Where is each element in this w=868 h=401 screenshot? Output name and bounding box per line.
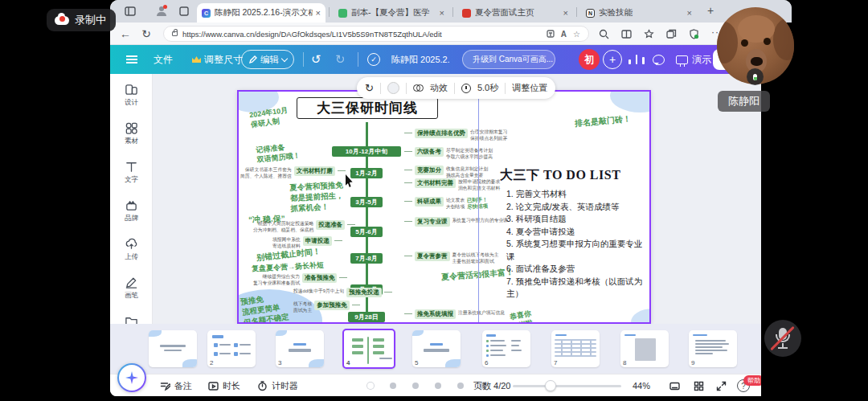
- edit-mode-button[interactable]: 编辑: [241, 50, 294, 69]
- page-counter[interactable]: 页数 4/20: [473, 374, 510, 396]
- reload-icon[interactable]: ↻: [136, 27, 157, 40]
- browser-search-icon[interactable]: [599, 29, 609, 39]
- undo-icon[interactable]: ↺: [311, 45, 321, 74]
- document-title[interactable]: 陈静阳 2025.2...: [391, 45, 449, 74]
- back-icon[interactable]: ←: [115, 27, 136, 40]
- handwriting-note: 预推免 流程更简单 但名额不确定: [240, 291, 290, 324]
- timeline-date[interactable]: 1月-2月: [350, 168, 383, 178]
- page-thumbnail[interactable]: 7: [551, 330, 600, 367]
- zoom-slider-knob[interactable]: [545, 380, 556, 391]
- design-icon: [125, 83, 138, 96]
- url-field[interactable]: https://www.canva.cn/design/DAGfOkdsqes/…: [163, 26, 589, 42]
- insights-icon[interactable]: [628, 45, 646, 74]
- tab-close-icon[interactable]: ×: [687, 8, 692, 18]
- tab-lab-skills[interactable]: N 实验技能 ×: [581, 3, 697, 23]
- tab-close-icon[interactable]: ×: [440, 8, 444, 18]
- tab-camp-doc[interactable]: 副本-【夏令营】医学 ×: [334, 3, 449, 23]
- mindmap-node[interactable]: 复习专业课 系统复习申报方向的专业课: [404, 217, 508, 227]
- timeline-date[interactable]: 10月-12月中旬: [332, 146, 401, 157]
- handwriting-note: 排名是敲门砖！: [575, 113, 632, 129]
- animate-button[interactable]: 动效: [430, 82, 448, 94]
- timer-button[interactable]: 计时器: [257, 374, 298, 396]
- mindmap-node[interactable]: 推免系统填报 注册系统账户填写信息: [404, 309, 505, 319]
- present-button[interactable]: 演示: [676, 45, 711, 74]
- file-menu[interactable]: 文件: [154, 45, 173, 74]
- read-aloud-icon[interactable]: A: [561, 30, 567, 39]
- favorite-star-icon[interactable]: ☆: [573, 30, 580, 39]
- favorites-icon[interactable]: [644, 29, 654, 39]
- profile-avatar-icon[interactable]: [157, 6, 166, 16]
- todo-title[interactable]: 大三下 TO DO LIST: [500, 167, 620, 184]
- crown-icon: [192, 56, 201, 63]
- mute-mic-button[interactable]: [764, 320, 801, 357]
- upgrade-button[interactable]: 升级到 Canva可画高...: [462, 50, 555, 69]
- mindmap-node[interactable]: 六级备考 尽早制定英语备考计划 争取六级水平同步提高: [404, 147, 493, 160]
- redo-icon[interactable]: ↻: [335, 45, 346, 74]
- sidebar-item-elements[interactable]: 素材: [110, 121, 153, 155]
- mindmap-title[interactable]: 大三保研时间线: [297, 97, 438, 119]
- expand-button[interactable]: [716, 374, 727, 396]
- translate-icon[interactable]: [547, 30, 555, 38]
- mindmap-node[interactable]: 夏令营参营 夏令营以线下考核为主 主要包括笔试和面试: [404, 252, 498, 264]
- screen: C 陈静阳 2025.2.16-演示文稿 - Ca × 副本-【夏令营】医学 ×…: [0, 0, 868, 401]
- mindmap-node[interactable]: 保持绩点排名优势 合理安排期末复习 保持绩点名列前茅: [404, 129, 507, 141]
- page-thumbnail[interactable]: 9: [689, 330, 737, 367]
- page-thumbnail[interactable]: 8: [620, 330, 669, 367]
- page-thumbnail[interactable]: 3: [276, 330, 324, 367]
- resize-menu[interactable]: 调整尺寸: [192, 45, 243, 74]
- mindmap-node[interactable]: 投递ddl集中于9月中上旬 预推免投递: [293, 288, 392, 297]
- color-swatch[interactable]: [387, 82, 399, 94]
- sidebar-item-draw[interactable]: 画笔: [110, 276, 153, 309]
- fullscreen-button[interactable]: [669, 374, 680, 396]
- position-button[interactable]: 调整位置: [512, 82, 547, 94]
- save-status-icon: ✓: [367, 45, 380, 74]
- page-thumbnail[interactable]: [149, 330, 197, 367]
- timeline-date[interactable]: 3月-5月: [350, 197, 383, 207]
- tab-close-icon[interactable]: ×: [316, 8, 321, 18]
- sidebar-item-uploads[interactable]: 上传: [110, 237, 153, 271]
- tab-camp-interview[interactable]: 夏令营面试主页 ×: [457, 3, 573, 23]
- mindmap-node[interactable]: 根据个人简历制定投递策略 分为冲刺档、稳妥档、保底档 投递准备: [253, 220, 355, 233]
- grid-view-button[interactable]: [694, 374, 704, 396]
- browser-essentials-icon[interactable]: [689, 29, 699, 39]
- tab-close-icon[interactable]: ×: [563, 8, 568, 18]
- zoom-level[interactable]: 44%: [633, 374, 650, 396]
- new-tab-button[interactable]: +: [707, 4, 714, 17]
- canva-assistant-button[interactable]: [117, 363, 146, 392]
- page-thumbnail[interactable]: 5: [412, 330, 461, 367]
- slide-canvas[interactable]: 大三保研时间线 2024年10月 保研人制 排名是敲门砖！ 10月-12月中旬 …: [237, 90, 651, 324]
- draw-pen-icon: [125, 276, 138, 289]
- mindmap-node[interactable]: 保研文书基本三件套为 简历、个人陈述、推荐信 文书材料打磨: [240, 166, 346, 179]
- comments-icon[interactable]: [653, 45, 665, 74]
- rotate-icon[interactable]: ↻: [365, 82, 374, 94]
- selection-toolbar: ↻ 动效 5.0秒 调整位置: [357, 77, 555, 99]
- add-member-button[interactable]: +: [603, 50, 622, 69]
- page-thumbnail-selected[interactable]: 4: [342, 329, 395, 369]
- page-thumbnail[interactable]: 2: [207, 330, 256, 367]
- tab-tiles-icon[interactable]: [179, 6, 189, 16]
- timeline-date[interactable]: 9月28日: [348, 312, 385, 322]
- zoom-slider[interactable]: [513, 385, 621, 387]
- sidebar-item-brand[interactable]: 品牌: [110, 198, 153, 232]
- mindmap-node[interactable]: 文书材料完善 按照申请院校的要求 润色和完善文书材料: [404, 178, 500, 191]
- split-screen-icon[interactable]: [621, 29, 632, 39]
- tab-canva-presentation[interactable]: C 陈静阳 2025.2.16-演示文稿 - Ca ×: [197, 3, 326, 23]
- sidebar-item-design[interactable]: 设计: [110, 83, 153, 117]
- duration-button[interactable]: 时长: [208, 374, 240, 396]
- page-thumbnail[interactable]: 6: [482, 330, 530, 367]
- mindmap-node[interactable]: 科研成果 论文发表 大创结项 已到手！ 尽快结项: [404, 197, 488, 211]
- sidebar-item-text[interactable]: 文字: [110, 160, 153, 194]
- canva-toolbar: 文件 调整尺寸 编辑 ↺ ↻ ✓ 陈静阳 2025.2... 升级到 Canva…: [110, 45, 792, 74]
- duration-button[interactable]: 5.0秒: [477, 82, 498, 94]
- mindmap-node[interactable]: 继续提升综合实力 复习专业课和准备面试 准备预推免: [253, 273, 347, 286]
- notes-button[interactable]: 备注: [160, 374, 192, 396]
- mindmap-node[interactable]: 竞赛加分 收集信息并制定计划 挑战高含金量竞赛: [404, 166, 488, 178]
- home-menu-icon[interactable]: [126, 45, 137, 74]
- todo-list[interactable]: 1. 完善文书材料 2. 论文完成/发表、英语成绩等 3. 科研项目结题 4. …: [506, 188, 649, 301]
- collections-icon[interactable]: [666, 29, 677, 39]
- user-avatar[interactable]: 初: [579, 49, 600, 70]
- todo-item: 3. 科研项目结题: [506, 213, 649, 226]
- timeline-date[interactable]: 7月-8月: [350, 253, 383, 264]
- tab-search-icon[interactable]: [125, 6, 136, 16]
- browser-tab-bar: C 陈静阳 2025.2.16-演示文稿 - Ca × 副本-【夏令营】医学 ×…: [110, 0, 792, 23]
